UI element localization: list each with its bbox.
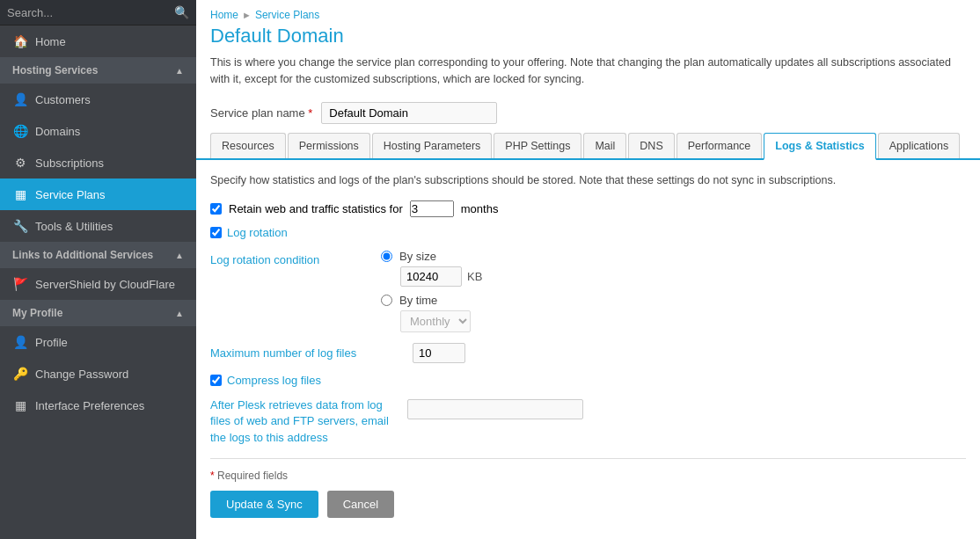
sidebar-item-label: Customers: [35, 93, 91, 106]
sidebar-item-label: ServerShield by CloudFlare: [35, 278, 175, 291]
log-rotation-condition-row: Log rotation condition By size KB By: [210, 250, 966, 332]
email-row: After Plesk retrieves data from log file…: [210, 397, 966, 446]
sidebar-item-label: Subscriptions: [35, 157, 104, 170]
tab-logs-statistics[interactable]: Logs & Statistics: [764, 133, 875, 160]
tab-php-settings[interactable]: PHP Settings: [494, 133, 581, 158]
max-log-label: Maximum number of log files: [210, 346, 404, 360]
log-rotation-row: Log rotation: [210, 226, 966, 239]
cancel-button[interactable]: Cancel: [327, 491, 394, 518]
tab-applications[interactable]: Applications: [878, 133, 960, 158]
by-time-option: By time Monthly Weekly Daily: [381, 294, 482, 332]
tab-note: Specify how statistics and logs of the p…: [210, 172, 966, 189]
by-time-label: By time: [399, 294, 437, 307]
time-period-select[interactable]: Monthly Weekly Daily: [400, 310, 471, 332]
tab-dns[interactable]: DNS: [628, 133, 674, 158]
by-size-option: By size KB: [381, 250, 482, 287]
service-plan-name-row: Service plan name *: [196, 97, 980, 133]
sidebar-item-servershield[interactable]: 🚩 ServerShield by CloudFlare: [0, 268, 196, 300]
subscriptions-icon: ⚙: [12, 156, 28, 170]
interface-icon: ▦: [12, 398, 28, 412]
log-rotation-checkbox[interactable]: [210, 227, 222, 238]
sidebar-item-customers[interactable]: 👤 Customers: [0, 84, 196, 115]
email-input[interactable]: [407, 399, 583, 419]
sidebar-item-label: Home: [35, 35, 66, 48]
sidebar-item-label: Service Plans: [35, 188, 105, 201]
sidebar-item-label: Domains: [35, 125, 80, 138]
log-rotation-label[interactable]: Log rotation: [227, 226, 288, 239]
chevron-up-icon2: ▲: [175, 251, 184, 260]
sidebar-section-links[interactable]: Links to Additional Services ▲: [0, 242, 196, 268]
tab-hosting-parameters[interactable]: Hosting Parameters: [372, 133, 492, 158]
profile-section-label: My Profile: [12, 307, 62, 319]
sidebar-item-label: Profile: [35, 336, 68, 349]
sidebar-item-subscriptions[interactable]: ⚙ Subscriptions: [0, 147, 196, 178]
sidebar-item-profile[interactable]: 👤 Profile: [0, 326, 196, 358]
retain-unit: months: [461, 202, 499, 215]
by-size-label: By size: [399, 250, 436, 263]
breadcrumb-home[interactable]: Home: [210, 9, 238, 21]
breadcrumb-sep: ►: [242, 10, 252, 20]
sidebar-item-label: Change Password: [35, 368, 128, 381]
retain-stats-row: Retain web and traffic statistics for mo…: [210, 200, 966, 217]
tools-icon: 🔧: [12, 219, 28, 233]
search-bar[interactable]: 🔍: [0, 0, 196, 25]
profile-icon: 👤: [12, 335, 28, 349]
action-buttons: Update & Sync Cancel: [210, 491, 966, 518]
retain-stats-checkbox[interactable]: [210, 203, 222, 215]
sidebar-item-label: Tools & Utilities: [35, 220, 113, 233]
main-content: Home ► Service Plans Default Domain This…: [196, 0, 980, 539]
tab-content: Specify how statistics and logs of the p…: [196, 160, 980, 540]
by-size-radio[interactable]: [381, 251, 392, 262]
required-note: * Required fields: [210, 470, 966, 482]
tab-mail[interactable]: Mail: [583, 133, 626, 158]
sidebar-section-profile[interactable]: My Profile ▲: [0, 300, 196, 326]
kb-unit: KB: [467, 270, 482, 283]
domains-icon: 🌐: [12, 124, 28, 138]
sidebar-item-service-plans[interactable]: ▦ Service Plans: [0, 178, 196, 210]
log-rotation-condition-label: Log rotation condition: [210, 250, 369, 266]
retain-stats-input[interactable]: [410, 200, 454, 217]
compress-log-checkbox[interactable]: [210, 375, 222, 386]
page-description: This is where you change the service pla…: [196, 55, 980, 97]
tab-performance[interactable]: Performance: [676, 133, 763, 158]
max-log-input[interactable]: [413, 343, 465, 363]
chevron-up-icon3: ▲: [175, 309, 184, 318]
divider: [210, 458, 966, 459]
update-sync-button[interactable]: Update & Sync: [210, 491, 318, 518]
compress-log-label[interactable]: Compress log files: [227, 374, 321, 387]
search-input[interactable]: [7, 6, 174, 19]
sidebar-item-label: Interface Preferences: [35, 399, 144, 412]
email-field-label: After Plesk retrieves data from log file…: [210, 397, 395, 446]
sidebar-item-interface-prefs[interactable]: ▦ Interface Preferences: [0, 390, 196, 421]
servershield-icon: 🚩: [12, 277, 28, 291]
breadcrumb: Home ► Service Plans: [196, 0, 980, 21]
max-log-row: Maximum number of log files: [210, 343, 966, 363]
search-icon[interactable]: 🔍: [174, 5, 189, 19]
links-section-label: Links to Additional Services: [12, 249, 153, 261]
breadcrumb-service-plans[interactable]: Service Plans: [255, 9, 319, 21]
service-plan-name-input[interactable]: [321, 102, 497, 124]
hosting-section-label: Hosting Services: [12, 64, 98, 76]
retain-stats-label: Retain web and traffic statistics for: [229, 202, 403, 215]
service-plans-icon: ▦: [12, 187, 28, 201]
service-plan-name-label: Service plan name *: [210, 106, 312, 120]
sidebar: 🔍 🏠 Home Hosting Services ▲ 👤 Customers …: [0, 0, 196, 539]
rotation-condition-group: By size KB By time Monthly: [381, 250, 482, 332]
tab-resources[interactable]: Resources: [210, 133, 286, 158]
sidebar-item-domains[interactable]: 🌐 Domains: [0, 115, 196, 147]
sidebar-item-tools-utilities[interactable]: 🔧 Tools & Utilities: [0, 210, 196, 242]
compress-log-row: Compress log files: [210, 374, 966, 387]
by-size-input[interactable]: [400, 266, 462, 287]
chevron-up-icon: ▲: [175, 66, 184, 76]
sidebar-item-home[interactable]: 🏠 Home: [0, 25, 196, 57]
home-icon: 🏠: [12, 34, 28, 48]
page-title: Default Domain: [196, 21, 980, 55]
customers-icon: 👤: [12, 92, 28, 106]
sidebar-item-change-password[interactable]: 🔑 Change Password: [0, 358, 196, 390]
tab-permissions[interactable]: Permissions: [288, 133, 370, 158]
sidebar-section-hosting[interactable]: Hosting Services ▲: [0, 57, 196, 84]
tabs-bar: Resources Permissions Hosting Parameters…: [196, 133, 980, 160]
key-icon: 🔑: [12, 367, 28, 381]
by-time-radio[interactable]: [381, 295, 392, 306]
